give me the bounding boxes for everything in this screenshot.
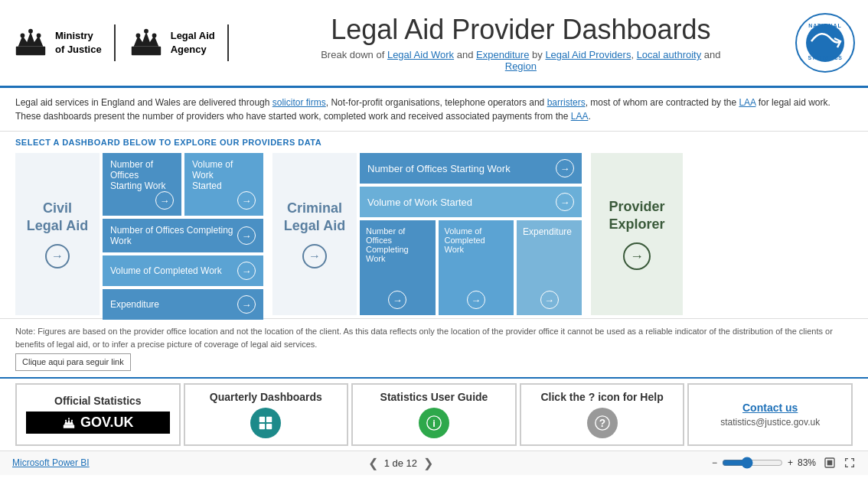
svg-point-2 [21,34,25,38]
criminal-legal-aid-block: CriminalLegal Aid → Number of Offices St… [272,153,582,315]
provider-label-text: ProviderExplorer [609,198,664,234]
criminal-expenditure-arrow[interactable]: → [540,291,559,309]
svg-point-3 [28,29,33,34]
powerbi-link[interactable]: Microsoft Power BI [12,457,90,468]
criminal-tile-offices-completing[interactable]: Number ofOfficesCompletingWork → [360,220,436,315]
dashboard-grid: CivilLegal Aid → Number of OfficesStarti… [0,150,868,318]
provider-arrow[interactable]: → [623,242,651,270]
help-icon: ? [587,408,618,438]
svg-rect-18 [259,416,265,421]
svg-point-8 [144,29,148,34]
svg-rect-0 [16,47,45,56]
civil-label[interactable]: CivilLegal Aid → [15,153,100,315]
contact-title: Contact us [742,402,798,414]
svg-text:?: ? [599,417,605,428]
fullscreen-icon[interactable] [844,457,856,469]
civil-volume-started-arrow[interactable]: → [237,191,256,210]
criminal-tile-volume-completed[interactable]: Volume ofCompletedWork → [439,220,514,315]
zoom-percent: 83% [798,457,816,468]
help-title: Click the ? icon for Help [540,391,663,403]
note-text: Note: Figures are based on the provider … [15,327,833,349]
criminal-arrow[interactable]: → [302,244,327,268]
svg-point-15 [65,419,67,421]
svg-text:STATISTICS: STATISTICS [808,55,843,60]
next-page-arrow[interactable]: ❯ [423,456,433,470]
user-guide-title: Statistics User Guide [380,391,488,403]
civil-tile-volume-completed[interactable]: Volume of Completed Work → [103,255,263,286]
gov-uk-box: GOV.UK [26,412,170,434]
user-guide-icon: i [419,408,449,438]
svg-point-16 [68,418,70,419]
civil-offices-starting-arrow[interactable]: → [155,191,174,210]
footer-help[interactable]: Click the ? icon for Help ? [520,383,685,446]
criminal-tile-expenditure[interactable]: Expenditure → [517,220,582,315]
svg-rect-5 [131,47,160,56]
svg-point-9 [152,34,156,38]
official-stats-title: Official Statistics [54,395,142,407]
svg-text:NATIONAL: NATIONAL [808,23,842,28]
civil-legal-aid-block: CivilLegal Aid → Number of OfficesStarti… [15,153,263,315]
gov-uk-crown-icon [62,416,76,430]
link-button[interactable]: Clique aqui para seguir link [15,353,131,371]
criminal-volume-started-arrow[interactable]: → [556,193,574,211]
criminal-tiles: Number of Offices Starting Work → Volume… [360,153,582,315]
footer-quarterly[interactable]: Quarterly Dashboards [184,383,349,446]
header-center: Legal Aid Provider Dashboards Break down… [247,14,795,72]
civil-tile-volume-started[interactable]: Volume of WorkStarted → [184,153,263,216]
civil-tiles: Number of OfficesStarting Work → Volume … [103,153,263,315]
civil-volume-completed-arrow[interactable]: → [237,262,256,280]
civil-tile-expenditure[interactable]: Expenditure → [103,289,263,320]
svg-point-4 [37,34,41,38]
zoom-bar: − + 83% [712,457,856,469]
laa-text: Legal Aid Agency [171,29,215,57]
footer-user-guide[interactable]: Statistics User Guide i [351,383,517,446]
footer-tiles: Official Statistics GOV.UK Quarterly Das… [0,377,868,451]
ministry-text: Ministry of Justice [55,29,102,57]
national-statistics-logo: NATIONAL STATISTICS [795,12,856,73]
svg-text:i: i [432,417,436,428]
criminal-offices-completing-arrow[interactable]: → [388,291,406,309]
header: Ministry of Justice Legal Aid Agency Leg… [0,0,868,88]
provider-explorer-block[interactable]: ProviderExplorer → [591,153,683,315]
criminal-volume-completed-arrow[interactable]: → [467,291,485,309]
svg-point-7 [135,34,140,38]
criminal-label-text: CriminalLegal Aid [284,200,345,236]
zoom-plus[interactable]: + [788,457,793,468]
prev-page-arrow[interactable]: ❮ [368,456,378,470]
page-title: Legal Aid Provider Dashboards [247,14,795,46]
civil-label-text: CivilLegal Aid [27,200,88,236]
footer-contact[interactable]: Contact us statistics@justice.gov.uk [687,383,853,446]
ministry-logo: Ministry of Justice [12,24,116,61]
svg-rect-27 [827,460,833,466]
zoom-slider[interactable] [722,457,783,469]
laa-crown-icon [128,24,165,61]
header-subtitle: Break down of Legal Aid Work and Expendi… [247,49,795,72]
intro-text: Legal aid services in England and Wales … [0,88,868,132]
svg-rect-20 [259,423,265,428]
criminal-tile-volume-started[interactable]: Volume of Work Started → [360,187,582,217]
contact-email: statistics@justice.gov.uk [720,417,820,428]
footer-official-stats[interactable]: Official Statistics GOV.UK [15,383,181,446]
civil-offices-completing-arrow[interactable]: → [237,226,256,245]
civil-tile-offices-starting[interactable]: Number of OfficesStarting Work → [103,153,181,216]
civil-arrow[interactable]: → [45,244,70,268]
svg-rect-19 [266,416,272,421]
ministry-crown-icon [12,24,49,61]
quarterly-title: Quarterly Dashboards [210,391,322,403]
gov-uk-label: GOV.UK [80,415,133,431]
svg-rect-13 [64,425,74,428]
criminal-offices-starting-arrow[interactable]: → [556,159,574,177]
criminal-bottom-row: Number ofOfficesCompletingWork → Volume … [360,220,582,315]
zoom-minus[interactable]: − [712,457,717,468]
civil-tile-offices-completing[interactable]: Number of Offices Completing Work → [103,219,263,252]
civil-expenditure-arrow[interactable]: → [237,295,256,314]
criminal-tile-offices-starting[interactable]: Number of Offices Starting Work → [360,153,582,184]
svg-point-17 [71,419,73,421]
laa-logo: Legal Aid Agency [128,24,229,61]
svg-rect-21 [266,423,272,428]
section-title: SELECT A DASHBOARD BELOW TO EXPLORE OUR … [0,132,868,150]
bottom-bar: Microsoft Power BI ❮ 1 de 12 ❯ − + 83% [0,451,868,475]
quarterly-icon [250,408,281,438]
criminal-label[interactable]: CriminalLegal Aid → [272,153,357,315]
fit-page-icon[interactable] [824,457,836,469]
